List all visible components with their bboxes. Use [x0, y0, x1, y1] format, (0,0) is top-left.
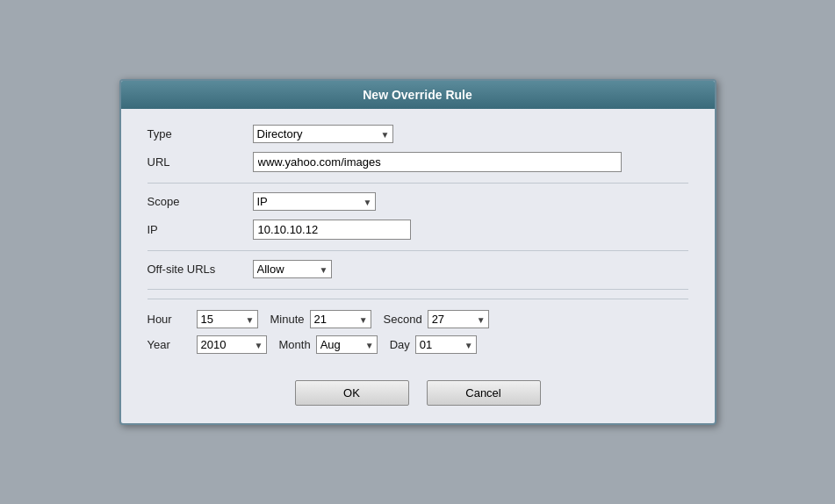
minute-select[interactable]: 21 — [310, 310, 371, 328]
type-row: Type Directory URL Domain — [148, 125, 688, 143]
day-select-wrapper: 01 — [415, 335, 477, 354]
year-label: Year — [148, 338, 191, 351]
type-label: Type — [148, 127, 253, 140]
scope-select[interactable]: IP Subnet All — [253, 192, 376, 211]
divider — [148, 299, 688, 299]
offsite-label: Off-site URLs — [148, 263, 253, 276]
dialog: New Override Rule Type Directory URL Dom… — [119, 79, 716, 425]
time-section: Hour 15 Minute 21 Second 27 — [148, 310, 688, 368]
ip-label: IP — [148, 223, 253, 236]
offsite-row: Off-site URLs Allow Deny — [148, 260, 688, 278]
day-label: Day — [390, 338, 410, 351]
url-row: URL — [148, 152, 688, 172]
scope-label: Scope — [148, 195, 253, 208]
year-select[interactable]: 2010 — [197, 335, 267, 354]
minute-label: Minute — [270, 313, 305, 326]
offsite-select-wrapper: Allow Deny — [253, 260, 332, 278]
year-select-wrapper: 2010 — [197, 335, 267, 354]
offsite-section: Off-site URLs Allow Deny — [148, 260, 688, 290]
second-select[interactable]: 27 — [428, 310, 489, 328]
type-select[interactable]: Directory URL Domain — [253, 125, 393, 143]
time-hour-row: Hour 15 Minute 21 Second 27 — [148, 310, 688, 328]
hour-select-wrapper: 15 — [197, 310, 258, 328]
scope-ip-section: Scope IP Subnet All IP — [148, 192, 688, 251]
buttons-row: OK Cancel — [148, 380, 688, 406]
offsite-select[interactable]: Allow Deny — [253, 260, 332, 278]
second-select-wrapper: 27 — [428, 310, 489, 328]
ip-row: IP — [148, 220, 688, 240]
day-select[interactable]: 01 — [415, 335, 477, 354]
scope-row: Scope IP Subnet All — [148, 192, 688, 211]
ip-input[interactable] — [253, 220, 411, 240]
month-select-wrapper: Aug — [316, 335, 378, 354]
dialog-body: Type Directory URL Domain URL Scope — [121, 109, 715, 423]
minute-select-wrapper: 21 — [310, 310, 371, 328]
cancel-button[interactable]: Cancel — [427, 380, 541, 406]
month-select[interactable]: Aug — [316, 335, 378, 354]
ok-button[interactable]: OK — [295, 380, 409, 406]
scope-select-wrapper: IP Subnet All — [253, 192, 376, 211]
dialog-title: New Override Rule — [121, 81, 715, 109]
hour-label: Hour — [148, 313, 191, 326]
month-label: Month — [279, 338, 311, 351]
type-select-wrapper: Directory URL Domain — [253, 125, 393, 143]
type-url-section: Type Directory URL Domain URL — [148, 125, 688, 184]
hour-select[interactable]: 15 — [197, 310, 258, 328]
time-date-row: Year 2010 Month Aug Day 01 — [148, 335, 688, 354]
second-label: Second — [384, 313, 422, 326]
url-input[interactable] — [253, 152, 622, 172]
url-label: URL — [148, 155, 253, 169]
